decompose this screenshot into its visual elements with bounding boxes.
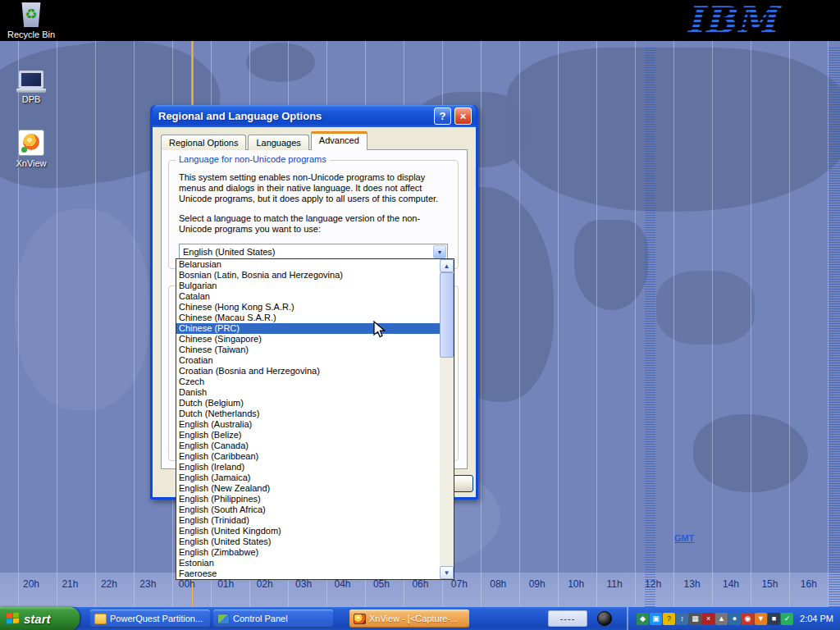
timezone-label: 13h <box>684 578 701 590</box>
tray-icon[interactable]: ✓ <box>781 613 793 625</box>
scrollbar-track[interactable] <box>440 358 454 566</box>
list-item[interactable]: Chinese (Singapore) <box>176 334 440 345</box>
timezone-hatch-band <box>645 48 655 607</box>
list-item[interactable]: English (Jamaica) <box>176 472 440 483</box>
dialog-title: Regional and Language Options <box>158 110 431 122</box>
desktop-icon-xnview[interactable]: XnView <box>5 130 57 168</box>
list-item[interactable]: Czech <box>176 377 440 387</box>
list-item[interactable]: Chinese (Macau S.A.R.) <box>176 313 440 323</box>
timezone-label: 12h <box>645 578 661 590</box>
desktop-icon-label: Recycle Bin <box>5 30 57 39</box>
tab[interactable]: Advanced <box>311 131 368 150</box>
desktop-icon-recycle-bin[interactable]: ♻ Recycle Bin <box>5 2 57 39</box>
dropdown-items: BelarusianBosnian (Latin, Bosnia and Her… <box>176 259 440 579</box>
taskbar-window-button[interactable]: Control Panel <box>213 609 333 628</box>
gmt-label: GMT <box>674 533 694 543</box>
taskbar-toolbar-icon-area[interactable] <box>587 609 622 628</box>
list-item[interactable]: English (Philippines) <box>176 494 440 504</box>
taskbar-toolbar-segment[interactable]: ---- <box>548 610 587 627</box>
list-item[interactable]: Danish <box>176 387 440 398</box>
combo-dropdown-arrow-icon[interactable]: ▼ <box>433 245 446 258</box>
list-item[interactable]: English (Canada) <box>176 441 440 451</box>
dialog-titlebar[interactable]: Regional and Language Options ? × <box>153 105 476 127</box>
list-item[interactable]: Croatian <box>176 355 440 366</box>
timezone-label: 07h <box>451 578 468 590</box>
list-item[interactable]: English (Caribbean) <box>176 451 440 462</box>
list-item[interactable]: English (United States) <box>176 536 440 547</box>
dropdown-scrollbar[interactable]: ▲ ▼ <box>440 259 454 579</box>
timezone-label: 14h <box>723 578 739 590</box>
list-item[interactable]: English (Ireland) <box>176 462 440 472</box>
tray-icon[interactable]: ● <box>728 613 741 625</box>
taskbar-clock[interactable]: 2:04 PM <box>800 614 833 623</box>
start-button-label: start <box>24 612 51 626</box>
desktop-icon-dpb[interactable]: DPB <box>5 71 57 104</box>
list-item[interactable]: Croatian (Bosnia and Herzegovina) <box>176 366 440 377</box>
tray-icon[interactable]: ▼ <box>755 613 767 625</box>
recycle-bin-icon: ♻ <box>21 2 42 27</box>
mouse-cursor <box>373 321 386 342</box>
timezone-label-row: 20h21h22h23h00h01h02h03h04h05h06h07h08h0… <box>0 578 840 590</box>
timezone-label: 02h <box>257 578 273 590</box>
tab[interactable]: Regional Options <box>161 135 246 150</box>
system-tray: ◆▣?↕▦×▲●◉▼■✓ 2:04 PM <box>627 607 840 630</box>
list-item[interactable]: English (United Kingdom) <box>176 526 440 536</box>
scrollbar-thumb[interactable] <box>440 272 454 358</box>
timezone-label: 23h <box>139 578 156 590</box>
window-button-label: Control Panel <box>233 614 288 623</box>
close-button[interactable]: × <box>454 107 472 125</box>
laptop-icon <box>16 71 46 92</box>
window-button-icon <box>217 614 230 624</box>
list-item[interactable]: Estonian <box>176 558 440 568</box>
taskbar-window-buttons: PowerQuest Partition... Control Panel Xn… <box>80 609 469 628</box>
taskbar-window-button[interactable]: PowerQuest Partition... <box>90 609 210 628</box>
help-button[interactable]: ? <box>434 107 451 125</box>
window-button-icon <box>354 614 366 624</box>
list-item[interactable]: English (Australia) <box>176 419 440 430</box>
window-button-label: XnView - [<Capture-... <box>369 614 458 623</box>
group-box-title: Language for non-Unicode programs <box>176 154 330 164</box>
list-item[interactable]: English (Trinidad) <box>176 515 440 526</box>
start-button[interactable]: start <box>0 607 80 630</box>
list-item[interactable]: Dutch (Belgium) <box>176 398 440 409</box>
tray-icon[interactable]: ◉ <box>742 613 754 625</box>
scroll-down-icon[interactable]: ▼ <box>440 566 454 579</box>
tab[interactable]: Languages <box>248 135 308 150</box>
list-item[interactable]: Belarusian <box>176 259 440 270</box>
language-group-box: Language for non-Unicode programs This s… <box>168 160 459 269</box>
xnview-icon <box>18 130 44 156</box>
tray-icon[interactable]: ■ <box>768 613 780 625</box>
list-item[interactable]: English (South Africa) <box>176 504 440 515</box>
tray-icon[interactable]: × <box>702 613 714 625</box>
list-item[interactable]: Faeroese <box>176 568 440 579</box>
ibm-logo: IBM <box>686 0 778 41</box>
tray-icon[interactable]: ▲ <box>715 613 728 625</box>
list-item[interactable]: Bulgarian <box>176 281 440 291</box>
list-item[interactable]: English (Belize) <box>176 430 440 441</box>
tray-icon[interactable]: ▦ <box>689 613 701 625</box>
windows-flag-icon <box>7 612 20 624</box>
list-item[interactable]: Chinese (Taiwan) <box>176 345 440 355</box>
list-item[interactable]: Catalan <box>176 291 440 302</box>
taskbar: start PowerQuest Partition... Control Pa… <box>0 607 840 630</box>
list-item[interactable]: Dutch (Netherlands) <box>176 409 440 419</box>
timezone-label: 21h <box>62 578 78 590</box>
list-item[interactable]: Chinese (Hong Kong S.A.R.) <box>176 302 440 313</box>
scroll-up-icon[interactable]: ▲ <box>440 259 454 272</box>
window-button-label: PowerQuest Partition... <box>110 614 203 623</box>
list-item[interactable]: Bosnian (Latin, Bosnia and Herzegovina) <box>176 270 440 281</box>
tray-icon[interactable]: ↕ <box>676 613 688 625</box>
timezone-label: 04h <box>335 578 351 590</box>
language-combobox[interactable]: English (United States) ▼ <box>179 244 448 260</box>
tray-icon[interactable]: ◆ <box>637 613 649 625</box>
tray-icon[interactable]: ▣ <box>650 613 662 625</box>
list-item[interactable]: English (Zimbabwe) <box>176 547 440 558</box>
taskbar-window-button[interactable]: XnView - [<Capture-... <box>349 609 469 628</box>
list-item[interactable]: Chinese (PRC) <box>176 323 440 334</box>
timezone-label: 15h <box>761 578 778 590</box>
desktop-icon-label: DPB <box>5 94 57 104</box>
timezone-label: 01h <box>217 578 234 590</box>
tab-strip: Regional OptionsLanguagesAdvanced <box>161 133 369 150</box>
list-item[interactable]: English (New Zealand) <box>176 483 440 494</box>
tray-icon[interactable]: ? <box>663 613 675 625</box>
